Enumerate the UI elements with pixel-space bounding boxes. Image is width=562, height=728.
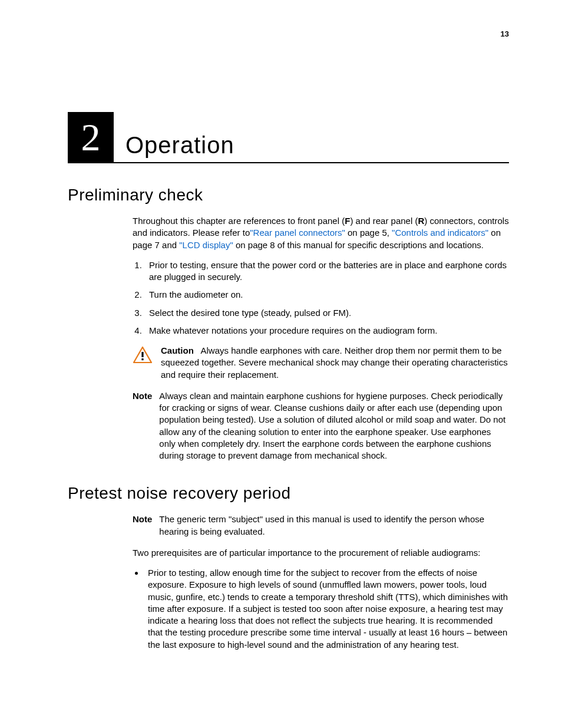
bold-r: R	[418, 216, 424, 226]
caution-icon	[133, 346, 153, 367]
page: 13 2 Operation Preliminary check Through…	[0, 0, 562, 728]
list-item: Make whatever notations your procedure r…	[144, 325, 509, 337]
chapter-number-box: 2	[68, 112, 114, 162]
caution-body: Caution Always handle earphones with car…	[161, 345, 509, 381]
note-text: The generic term "subject" used in this …	[159, 513, 509, 538]
svg-rect-2	[141, 358, 143, 360]
note-callout-2: Note The generic term "subject" used in …	[133, 513, 509, 538]
note-label: Note	[133, 390, 152, 402]
link-lcd-display[interactable]: "LCD display"	[179, 240, 233, 250]
bold-f: F	[345, 216, 350, 226]
chapter-title: Operation	[125, 132, 234, 159]
link-rear-panel-connectors[interactable]: "Rear panel connectors"	[250, 228, 345, 238]
steps-list: Prior to testing, ensure that the power …	[133, 259, 509, 337]
caution-text: Always handle earphones with care. Neith…	[161, 345, 508, 380]
note-label: Note	[133, 513, 152, 525]
text: ) and rear panel (	[350, 216, 418, 226]
caution-callout: Caution Always handle earphones with car…	[133, 345, 509, 381]
caution-label: Caution	[161, 345, 194, 355]
chapter-heading: 2 Operation	[68, 112, 509, 163]
link-controls-and-indicators[interactable]: "Controls and indicators"	[392, 228, 488, 238]
svg-rect-1	[141, 352, 143, 357]
prerequisites-paragraph: Two prerequisites are of particular impo…	[133, 547, 509, 559]
section2-content: Note The generic term "subject" used in …	[133, 513, 509, 651]
list-item: Prior to testing, allow enough time for …	[144, 567, 509, 651]
list-item: Select the desired tone type (steady, pu…	[144, 307, 509, 319]
page-number: 13	[501, 29, 509, 38]
text: Throughout this chapter are references t…	[133, 216, 345, 226]
section-title-preliminary-check: Preliminary check	[68, 186, 509, 205]
section-title-pretest-noise-recovery: Pretest noise recovery period	[68, 484, 509, 503]
note-text: Always clean and maintain earphone cushi…	[159, 390, 509, 462]
text: on page 8 of this manual for specific de…	[233, 240, 484, 250]
text: on page 5,	[345, 228, 392, 238]
list-item: Turn the audiometer on.	[144, 289, 509, 301]
note-callout-1: Note Always clean and maintain earphone …	[133, 390, 509, 462]
bullet-list: Prior to testing, allow enough time for …	[133, 567, 509, 651]
list-item: Prior to testing, ensure that the power …	[144, 259, 509, 284]
section1-content: Throughout this chapter are references t…	[133, 215, 509, 462]
chapter-number: 2	[81, 118, 101, 157]
intro-paragraph: Throughout this chapter are references t…	[133, 215, 509, 251]
